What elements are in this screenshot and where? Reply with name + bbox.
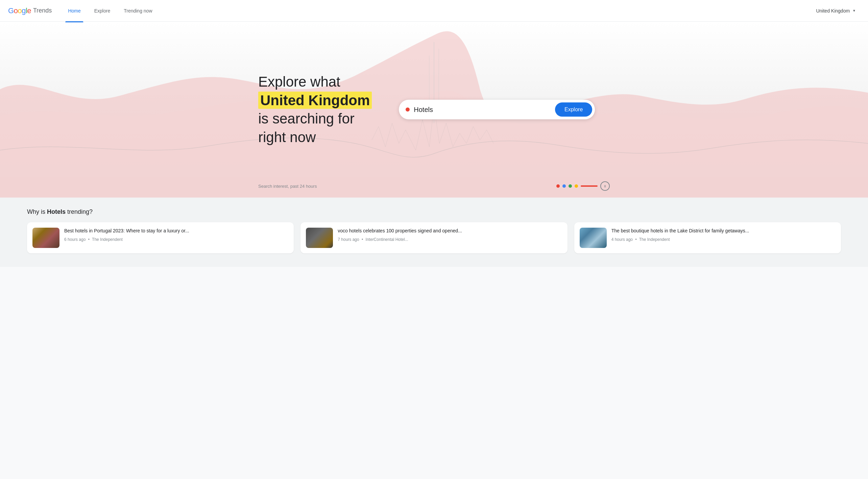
news-card-2[interactable]: voco hotels celebrates 100 properties si… xyxy=(300,222,567,253)
nav-home[interactable]: Home xyxy=(63,5,86,16)
card-image-2 xyxy=(306,228,333,248)
carousel-dot-3[interactable] xyxy=(569,184,572,188)
carousel-controls: ⏸ xyxy=(556,181,610,191)
trends-wordmark: Trends xyxy=(33,7,52,14)
card-title-3: The best boutique hotels in the Lake Dis… xyxy=(611,228,836,234)
card-meta-1: 6 hours ago • The Independent xyxy=(64,237,288,242)
hero-section: Explore what United Kingdom is searching… xyxy=(0,22,868,198)
news-cards-container: Best hotels in Portugal 2023: Where to s… xyxy=(27,222,841,253)
dropdown-arrow-icon: ▼ xyxy=(852,9,856,13)
card-image-3 xyxy=(580,228,607,248)
search-dot-icon xyxy=(406,108,410,112)
trending-keyword: Hotels xyxy=(47,208,66,215)
card-content-2: voco hotels celebrates 100 properties si… xyxy=(338,228,562,242)
hero-headline-part2: is searching for xyxy=(258,111,355,127)
search-container: Explore xyxy=(399,100,595,119)
card-time-3: 4 hours ago xyxy=(611,237,633,242)
hero-headline-part3: right now xyxy=(258,129,316,145)
card-time-2: 7 hours ago xyxy=(338,237,359,242)
trending-title-suffix: trending? xyxy=(66,208,93,215)
pause-icon: ⏸ xyxy=(603,184,607,188)
card-title-1: Best hotels in Portugal 2023: Where to s… xyxy=(64,228,288,234)
header: Google Trends Home Explore Trending now … xyxy=(0,0,868,22)
hero-headline-part1: Explore what xyxy=(258,74,340,90)
carousel-dot-1[interactable] xyxy=(556,184,560,188)
card-meta-3: 4 hours ago • The Independent xyxy=(611,237,836,242)
search-box: Explore xyxy=(399,100,595,119)
pause-button[interactable]: ⏸ xyxy=(600,181,610,191)
search-input[interactable] xyxy=(414,106,551,114)
card-source-3: The Independent xyxy=(639,237,670,242)
search-info-label: Search interest, past 24 hours xyxy=(258,184,317,189)
carousel-dot-2[interactable] xyxy=(562,184,566,188)
card-source-2: InterContinental Hotel... xyxy=(366,237,408,242)
main-nav: Home Explore Trending now xyxy=(63,5,812,16)
trending-title-prefix: Why is xyxy=(27,208,47,215)
news-card-1[interactable]: Best hotels in Portugal 2023: Where to s… xyxy=(27,222,294,253)
hero-footer: Search interest, past 24 hours ⏸ xyxy=(231,181,637,191)
explore-button[interactable]: Explore xyxy=(555,102,592,117)
card-title-2: voco hotels celebrates 100 properties si… xyxy=(338,228,562,234)
card-content-1: Best hotels in Portugal 2023: Where to s… xyxy=(64,228,288,242)
google-wordmark: Google xyxy=(8,6,31,15)
region-label: United Kingdom xyxy=(816,8,850,14)
carousel-dot-4[interactable] xyxy=(575,184,578,188)
card-meta-2: 7 hours ago • InterContinental Hotel... xyxy=(338,237,562,242)
hero-headline: Explore what United Kingdom is searching… xyxy=(258,73,372,146)
nav-explore[interactable]: Explore xyxy=(89,5,116,16)
card-source-1: The Independent xyxy=(92,237,123,242)
trending-section: Why is Hotels trending? Best hotels in P… xyxy=(0,198,868,267)
nav-trending-now[interactable]: Trending now xyxy=(118,5,158,16)
logo: Google Trends xyxy=(8,6,52,15)
hero-text: Explore what United Kingdom is searching… xyxy=(258,73,372,146)
hero-content: Explore what United Kingdom is searching… xyxy=(231,73,637,146)
card-time-1: 6 hours ago xyxy=(64,237,86,242)
card-content-3: The best boutique hotels in the Lake Dis… xyxy=(611,228,836,242)
trending-title: Why is Hotels trending? xyxy=(27,208,841,215)
carousel-progress xyxy=(581,185,598,187)
region-selector[interactable]: United Kingdom ▼ xyxy=(812,5,860,16)
hero-headline-highlight: United Kingdom xyxy=(258,91,372,109)
card-image-1 xyxy=(32,228,59,248)
news-card-3[interactable]: The best boutique hotels in the Lake Dis… xyxy=(574,222,841,253)
